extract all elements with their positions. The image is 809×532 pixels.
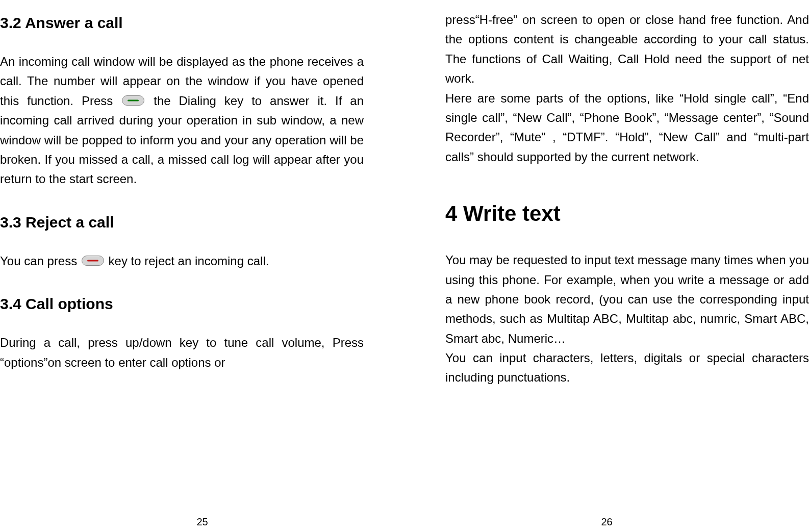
text-3-3-b: key to reject an incoming call. — [109, 254, 269, 268]
page-left: 3.2 Answer a call An incoming call windo… — [0, 0, 404, 532]
heading-3-4: 3.4 Call options — [0, 295, 364, 313]
paragraph-3-3: You can press key to reject an incoming … — [0, 251, 364, 271]
dial-key-icon — [122, 95, 144, 106]
heading-4: 4 Write text — [445, 201, 809, 226]
text-3-3-a: You can press — [0, 254, 81, 268]
paragraph-3-4: During a call, press up/down key to tune… — [0, 333, 364, 372]
page-number-right: 26 — [601, 516, 612, 528]
page-number-left: 25 — [196, 516, 208, 528]
heading-3-2: 3.2 Answer a call — [0, 14, 364, 32]
paragraph-4-2: You can input characters, letters, digit… — [445, 348, 809, 388]
heading-3-3: 3.3 Reject a call — [0, 214, 364, 231]
reject-key-icon — [82, 256, 104, 266]
paragraph-4-1: You may be requested to input text messa… — [445, 250, 809, 348]
paragraph-cont-2: Here are some parts of the options, like… — [445, 89, 809, 167]
paragraph-cont-1: press“H-free” on screen to open or close… — [445, 10, 809, 89]
page-right: press“H-free” on screen to open or close… — [404, 0, 809, 532]
paragraph-3-2: An incoming call window will be displaye… — [0, 52, 364, 189]
